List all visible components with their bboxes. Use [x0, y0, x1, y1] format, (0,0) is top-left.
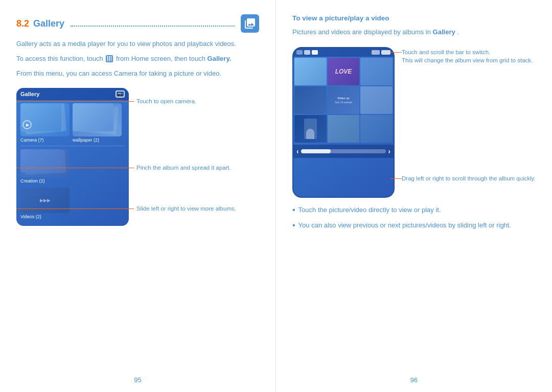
battery-icon: [381, 50, 390, 55]
album-wallpaper-thumb: [73, 103, 122, 136]
battery-signal: [372, 50, 390, 55]
phone-header-bar: Gallery 📷: [16, 88, 129, 100]
callout-top-text1: Touch and scroll the bar to switch.: [402, 48, 536, 56]
icon-dot: [109, 58, 110, 60]
gallery-svg-icon: [244, 17, 256, 30]
para2: To access this function, touch from Home…: [16, 54, 259, 64]
right-para1-text: Pictures and videos are displayed by alb…: [292, 28, 431, 36]
person-silhouette: [304, 119, 317, 139]
apps-icon: [106, 55, 113, 62]
icon-dot: [111, 60, 112, 62]
camera-icon-small: 📷: [116, 90, 125, 98]
icon-dot: [111, 58, 112, 60]
callout-1-origin: [134, 101, 134, 102]
photo-cell-8: [328, 115, 360, 143]
scroll-thumb: [301, 149, 331, 153]
gallery-icon: [241, 14, 259, 33]
status-icons: [296, 50, 318, 55]
grid-dot: [312, 52, 314, 53]
grid-dots: [312, 50, 318, 55]
icon-dot: [107, 60, 108, 62]
photo-cell-9: [360, 115, 393, 143]
photo-grid: LOVE Wake up Sun 15 sunrise: [293, 57, 394, 144]
grid-dot: [314, 52, 316, 53]
album-videos-thumb: ▶▶▶: [20, 188, 70, 213]
right-para1: Pictures and videos are displayed by alb…: [292, 27, 536, 38]
right-para1-bold: Gallery: [433, 28, 455, 36]
grid-dot: [316, 51, 317, 52]
grid-dot: [314, 53, 316, 54]
right-arrow: ›: [388, 147, 390, 155]
callout-top: Touch and scroll the bar to switch. This…: [402, 48, 536, 64]
right-phone-status-bar: [293, 48, 394, 57]
bullet-item-1: • Touch the picture/video directly to vi…: [292, 205, 536, 216]
grid-dot: [316, 53, 317, 54]
icon-dot: [109, 56, 110, 58]
icon-dot: [107, 58, 108, 60]
icon-dot: [107, 56, 108, 58]
right-page-number: 96: [410, 376, 418, 384]
apps-icon-inner: [106, 55, 113, 62]
callout-3-line: [16, 209, 134, 209]
phone-mockup-left: Gallery 📷 ▶: [16, 88, 129, 226]
para1: Gallery acts as a media player for you t…: [16, 39, 259, 50]
phone-mockup-right: LOVE Wake up Sun 15 sunrise: [292, 47, 395, 198]
photo-cell-3: [360, 58, 393, 85]
right-page: To view a picture/play a video Pictures …: [276, 0, 552, 392]
photo-cell-5: Wake up Sun 15 sunrise: [328, 86, 360, 114]
status-icon-grid: [312, 50, 318, 55]
photo-cell-2: LOVE: [328, 58, 360, 85]
callout-2: Pinch the album and spread it apart.: [134, 164, 231, 172]
callout-top-line: [390, 52, 402, 53]
phone-right-area: LOVE Wake up Sun 15 sunrise: [292, 47, 536, 198]
grid-dot: [312, 53, 314, 54]
album-row-1: ▶ Camera (7) wallpaper (2): [16, 100, 129, 146]
bullet-text-1: Touch the picture/video directly to view…: [298, 205, 441, 215]
album-creation-thumb: [20, 149, 70, 177]
grid-dot: [312, 51, 314, 52]
section-number: 8.2: [16, 18, 29, 29]
photo-cell-1: [294, 58, 327, 85]
stack-front: ▶: [20, 103, 61, 131]
grid-dot: [316, 52, 317, 53]
icon-dot: [109, 60, 110, 62]
callout-bottom: Drag left or right to scroll through the…: [402, 174, 536, 182]
phone-callouts-area: Gallery 📷 ▶: [16, 88, 259, 231]
callout-1-text: Touch to open camera.: [136, 97, 196, 105]
play-icon: ▶: [22, 120, 32, 129]
callout-2-line: [16, 168, 134, 168]
album-camera-thumb: ▶: [20, 103, 70, 136]
photo-cell-7: [294, 115, 327, 143]
photo-cell-6: [360, 86, 393, 114]
album-wallpaper: wallpaper (2): [73, 103, 122, 143]
callout-3-origin: [134, 209, 134, 209]
album-camera: ▶ Camera (7): [20, 103, 70, 143]
status-icon-1: [296, 50, 303, 55]
video-content: ▶▶▶: [20, 188, 70, 213]
camera-symbol: 📷: [118, 92, 123, 97]
play-triangle: ▶: [26, 123, 29, 127]
callout-3: Slide left or right to view more albums.: [134, 204, 236, 213]
callout-2-text: Pinch the album and spread it apart.: [136, 164, 231, 172]
left-arrow: ‹: [296, 147, 299, 155]
section-title: Gallery: [33, 18, 64, 29]
section-heading: 8.2 Gallery: [16, 14, 259, 33]
grid-dot: [314, 51, 316, 52]
wake-up-text: Wake up Sun 15 sunrise: [335, 97, 352, 104]
para2-bold: Gallery.: [208, 55, 232, 62]
signal-icon: [372, 50, 380, 55]
left-page: 8.2 Gallery Gallery acts as a media play…: [0, 0, 276, 392]
bullet-item-2: • You can also view previous or next pic…: [292, 220, 536, 232]
gallery-label: Gallery: [20, 91, 39, 97]
bullet-dot-2: •: [292, 219, 295, 232]
bullet-list: • Touch the picture/video directly to vi…: [292, 205, 536, 232]
para2-text2: from Home screen, then touch: [116, 55, 205, 62]
album-row-2: Creation (2): [16, 146, 129, 187]
callout-bottom-line: [390, 178, 402, 179]
album-videos-label: Videos (2): [20, 214, 125, 219]
right-section-heading: To view a picture/play a video: [292, 14, 536, 22]
bullet-text-2: You can also view previous or next pictu…: [298, 220, 511, 230]
wp-stack-front: [73, 103, 113, 131]
callout-2-origin: [134, 168, 134, 168]
wake-text-line1: Wake up: [335, 97, 352, 101]
